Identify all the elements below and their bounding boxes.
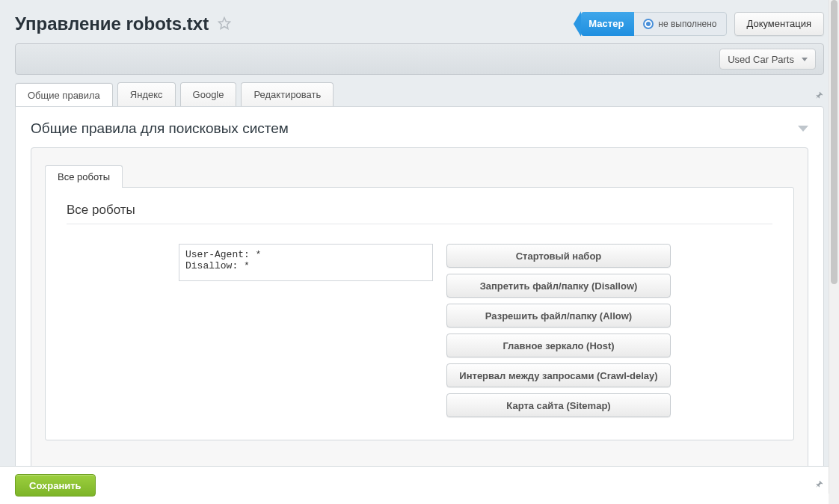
btn-label: Карта сайта (Sitemap): [506, 400, 610, 411]
inner-tab-all-robots[interactable]: Все роботы: [45, 165, 123, 188]
tab-label: Общие правила: [28, 90, 100, 101]
tab-google[interactable]: Google: [180, 82, 237, 106]
collapse-chevron-icon[interactable]: [798, 126, 808, 132]
wizard-status-box: Мастер не выполнено: [581, 12, 726, 36]
pin-icon[interactable]: [814, 90, 824, 106]
tab-edit[interactable]: Редактировать: [241, 82, 334, 106]
btn-allow[interactable]: Разрешить файл/папку (Allow): [446, 304, 671, 328]
save-button-label: Сохранить: [29, 480, 82, 491]
site-select[interactable]: Used Car Parts: [719, 49, 816, 70]
tab-label: Яндекс: [130, 89, 163, 100]
panel-title: Общие правила для поисковых систем: [31, 120, 289, 137]
vertical-scrollbar[interactable]: [829, 0, 839, 504]
inner-frame: Все роботы Все роботы Стартовый набор За…: [31, 147, 808, 470]
favorite-star-icon[interactable]: [218, 16, 231, 32]
rules-panel: Общие правила для поисковых систем Все р…: [15, 106, 824, 476]
btn-label: Главное зеркало (Host): [503, 340, 614, 351]
svg-marker-0: [219, 17, 230, 28]
page-header: Управление robots.txt Мастер не выполнен…: [0, 0, 839, 43]
tab-yandex[interactable]: Яндекс: [117, 82, 176, 106]
wizard-button-label: Мастер: [588, 12, 624, 36]
inner-content: Все роботы Стартовый набор Запретить фай…: [45, 187, 794, 440]
site-toolbar: Used Car Parts: [15, 43, 824, 75]
btn-disallow[interactable]: Запретить файл/папку (Disallow): [446, 274, 671, 298]
save-button[interactable]: Сохранить: [15, 474, 96, 497]
scroll-corner: [829, 494, 839, 504]
documentation-label: Документация: [747, 18, 812, 29]
tab-general-rules[interactable]: Общие правила: [15, 83, 113, 107]
tab-label: Редактировать: [253, 89, 321, 100]
main-tabs: Общие правила Яндекс Google Редактироват…: [0, 82, 839, 106]
btn-crawl-delay[interactable]: Интервал между запросами (Crawl-delay): [446, 363, 671, 387]
wizard-button[interactable]: Мастер: [581, 12, 634, 36]
btn-host[interactable]: Главное зеркало (Host): [446, 334, 671, 357]
btn-label: Запретить файл/папку (Disallow): [480, 280, 638, 292]
documentation-button[interactable]: Документация: [734, 12, 825, 36]
robots-textarea[interactable]: [179, 244, 433, 281]
btn-label: Разрешить файл/папку (Allow): [485, 310, 632, 322]
footer-bar: Сохранить: [0, 466, 839, 504]
inner-tab-label: Все роботы: [58, 171, 110, 182]
wizard-status-text: не выполнено: [658, 19, 716, 29]
btn-starter-set[interactable]: Стартовый набор: [446, 244, 671, 268]
page-title: Управление robots.txt: [15, 13, 209, 34]
inner-heading: Все роботы: [67, 203, 772, 218]
site-select-label: Used Car Parts: [728, 54, 794, 65]
btn-label: Стартовый набор: [516, 251, 602, 262]
btn-label: Интервал между запросами (Crawl-delay): [459, 370, 657, 381]
tab-label: Google: [193, 89, 224, 100]
scrollbar-thumb[interactable]: [831, 0, 838, 284]
chevron-down-icon: [802, 58, 808, 61]
status-radio-icon: [643, 19, 654, 29]
rule-buttons-column: Стартовый набор Запретить файл/папку (Di…: [446, 244, 671, 417]
pin-icon[interactable]: [814, 479, 824, 492]
btn-sitemap[interactable]: Карта сайта (Sitemap): [446, 393, 671, 417]
divider: [67, 224, 772, 224]
